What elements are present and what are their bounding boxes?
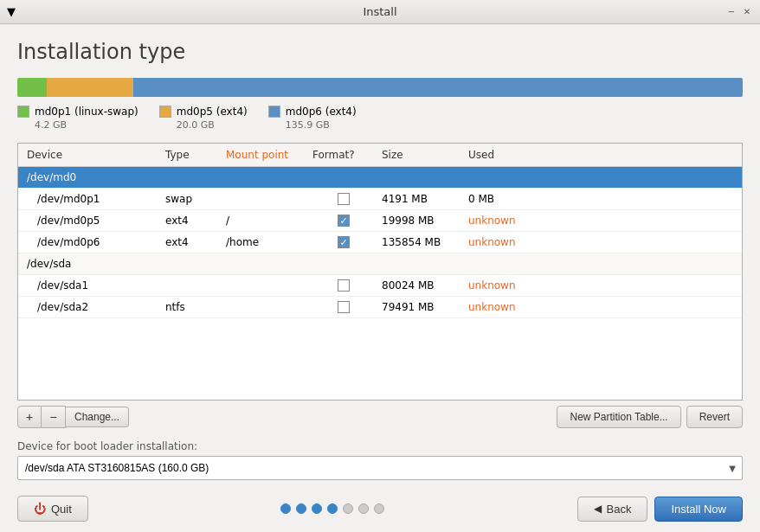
legend-size-md0p6: 135.9 GB <box>268 119 357 131</box>
row-size <box>378 176 465 179</box>
row-device: /dev/sda <box>23 256 162 272</box>
nav-dot-2 <box>296 503 306 514</box>
table-row[interactable]: /dev/sda <box>18 253 742 275</box>
partition-table: Device Type Mount point Format? Size Use… <box>17 143 743 401</box>
table-row[interactable]: /dev/sda2 ntfs 79491 MB unknown <box>18 297 742 318</box>
legend-size-md0p1: 4.2 GB <box>17 119 138 131</box>
partition-toolbar: + − Change... New Partition Table... Rev… <box>17 401 743 433</box>
window-controls: − ✕ <box>725 6 753 18</box>
row-used: unknown <box>465 234 737 250</box>
col-type: Type <box>162 147 222 163</box>
table-row[interactable]: /dev/md0 <box>18 167 742 189</box>
back-label: Back <box>607 503 632 516</box>
row-device: /dev/md0p1 <box>23 191 162 207</box>
table-body: /dev/md0 /dev/md0p1 swap 4191 MB <box>18 167 742 400</box>
row-format[interactable] <box>309 191 378 207</box>
row-used: unknown <box>465 213 737 228</box>
legend-color-green <box>17 106 29 118</box>
row-used: unknown <box>465 299 737 315</box>
titlebar: ▼ Install − ✕ <box>0 0 760 24</box>
legend-item-md0p6: md0p6 (ext4) 135.9 GB <box>268 106 357 131</box>
row-format[interactable] <box>309 278 378 293</box>
col-used: Used <box>465 147 737 163</box>
legend-item-md0p5: md0p5 (ext4) 20.0 GB <box>159 106 248 131</box>
nav-dot-1 <box>280 503 291 514</box>
legend-size-md0p5: 20.0 GB <box>159 119 248 131</box>
nav-area: ⏻ Quit ◀ Back Install Now <box>0 489 760 532</box>
back-button[interactable]: ◀ Back <box>577 497 648 522</box>
window: ▼ Install − ✕ Installation type md0p1 (l… <box>0 0 760 532</box>
row-mount <box>222 262 309 266</box>
row-mount <box>222 305 309 309</box>
table-row[interactable]: /dev/md0p1 swap 4191 MB 0 MB <box>18 189 742 210</box>
nav-dot-3 <box>312 503 322 514</box>
row-used <box>465 262 737 266</box>
row-used: 0 MB <box>465 191 737 207</box>
change-partition-button[interactable]: Change... <box>66 407 129 427</box>
remove-partition-button[interactable]: − <box>42 406 66 428</box>
nav-left-buttons: ⏻ Quit <box>17 496 88 522</box>
row-type: swap <box>162 191 222 207</box>
close-button[interactable]: ✕ <box>741 6 753 18</box>
back-arrow-icon: ◀ <box>594 503 602 515</box>
revert-button[interactable]: Revert <box>686 406 743 428</box>
nav-right-buttons: ◀ Back Install Now <box>577 497 743 522</box>
row-mount <box>222 284 309 287</box>
legend-item-md0p1: md0p1 (linux-swap) 4.2 GB <box>17 106 138 131</box>
col-mount: Mount point <box>222 147 309 163</box>
quit-icon: ⏻ <box>34 502 46 516</box>
row-size <box>378 262 465 266</box>
row-format[interactable] <box>309 299 378 315</box>
row-size: 19998 MB <box>378 213 465 228</box>
main-content: Installation type md0p1 (linux-swap) 4.2… <box>0 24 760 489</box>
nav-dot-6 <box>358 503 369 514</box>
row-format[interactable]: ✓ <box>309 234 378 250</box>
add-partition-button[interactable]: + <box>17 406 42 428</box>
table-row[interactable]: /dev/sda1 80024 MB unknown <box>18 275 742 297</box>
quit-label: Quit <box>51 503 72 516</box>
col-device: Device <box>23 147 162 163</box>
row-size: 135854 MB <box>378 234 465 250</box>
row-type <box>162 176 222 179</box>
row-device: /dev/md0p6 <box>23 234 162 250</box>
row-type <box>162 284 222 287</box>
install-now-button[interactable]: Install Now <box>654 497 743 522</box>
partition-legend: md0p1 (linux-swap) 4.2 GB md0p5 (ext4) 2… <box>17 106 743 131</box>
table-row[interactable]: /dev/md0p6 ext4 /home ✓ 135854 MB unknow… <box>18 232 742 253</box>
legend-label-md0p1: md0p1 (linux-swap) <box>35 106 138 118</box>
table-row[interactable]: /dev/md0p5 ext4 / ✓ 19998 MB unknown <box>18 210 742 232</box>
row-type: ext4 <box>162 213 222 228</box>
partition-bar <box>17 78 743 97</box>
bootloader-label: Device for boot loader installation: <box>17 440 743 452</box>
quit-button[interactable]: ⏻ Quit <box>17 496 88 522</box>
col-format: Format? <box>309 147 378 163</box>
row-size: 4191 MB <box>378 191 465 207</box>
partition-bar-segment-orange <box>47 78 134 97</box>
format-checkbox[interactable] <box>338 279 350 292</box>
row-type <box>162 262 222 266</box>
bootloader-section: Device for boot loader installation: /de… <box>17 440 743 480</box>
col-size: Size <box>378 147 465 163</box>
nav-dot-7 <box>374 503 384 514</box>
table-header: Device Type Mount point Format? Size Use… <box>18 144 742 167</box>
partition-bar-segment-blue <box>133 78 743 97</box>
bootloader-select-wrapper: /dev/sda ATA ST3160815AS (160.0 GB) <box>17 456 743 480</box>
format-checkbox[interactable] <box>338 301 350 313</box>
row-mount <box>222 197 309 201</box>
window-menu-icon[interactable]: ▼ <box>7 5 16 18</box>
row-type: ext4 <box>162 234 222 250</box>
row-format[interactable]: ✓ <box>309 213 378 228</box>
row-format <box>309 176 378 179</box>
row-format <box>309 262 378 266</box>
minimize-button[interactable]: − <box>725 6 737 18</box>
format-checkbox[interactable]: ✓ <box>338 215 350 227</box>
row-device: /dev/sda1 <box>23 278 162 293</box>
format-checkbox[interactable]: ✓ <box>338 236 350 248</box>
page-title: Installation type <box>17 40 743 64</box>
format-checkbox[interactable] <box>338 193 350 205</box>
bootloader-select[interactable]: /dev/sda ATA ST3160815AS (160.0 GB) <box>17 456 743 480</box>
nav-dot-4 <box>327 503 338 514</box>
new-partition-table-button[interactable]: New Partition Table... <box>557 406 680 428</box>
partition-bar-segment-green <box>17 78 47 97</box>
window-title: Install <box>363 5 396 18</box>
